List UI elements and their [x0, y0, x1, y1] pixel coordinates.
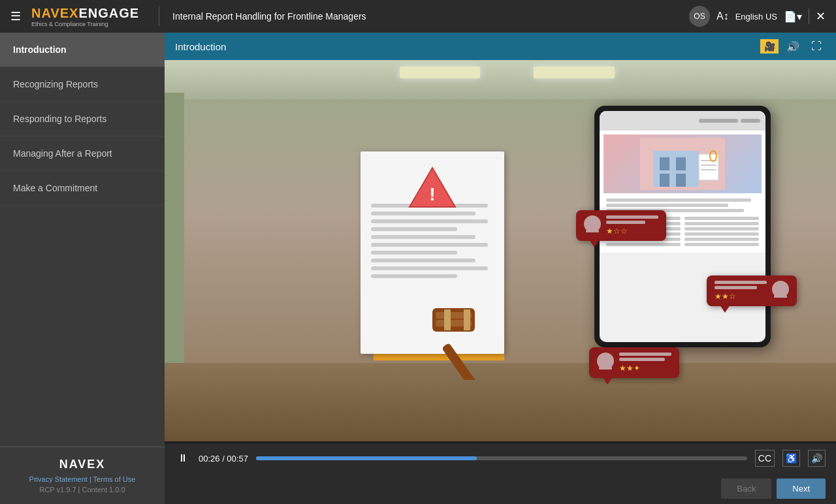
video-controls-top: 🎥 🔊 ⛶: [760, 39, 826, 54]
footer-links[interactable]: Privacy Statement | Terms of Use: [13, 475, 152, 483]
tablet-text-line: [684, 243, 759, 246]
svg-text:!: !: [429, 184, 435, 204]
svg-point-21: [777, 283, 784, 291]
gavel-svg: [426, 295, 504, 380]
nav-buttons: Back Next: [165, 473, 836, 504]
next-button[interactable]: Next: [777, 479, 826, 499]
tablet-text-line: [684, 232, 759, 236]
ceiling-light-2: [534, 67, 614, 78]
logo-container: NAVEXENGAGE Ethics & Compliance Training: [31, 6, 139, 27]
wall-left: [165, 93, 184, 363]
sidebar-item-label: Introduction: [13, 44, 67, 55]
play-pause-button[interactable]: ⏸: [175, 450, 191, 467]
video-header: Introduction 🎥 🔊 ⛶: [165, 33, 836, 60]
language-button[interactable]: English US: [735, 12, 777, 22]
sidebar-item-introduction[interactable]: Introduction: [0, 33, 165, 67]
hamburger-button[interactable]: ☰: [10, 9, 21, 24]
review-avatar-1: [584, 215, 601, 232]
content-area: Introduction 🎥 🔊 ⛶: [165, 33, 836, 504]
sidebar-item-recognizing-reports[interactable]: Recognizing Reports: [0, 67, 165, 102]
review-content-2: ★★☆: [715, 281, 767, 301]
sidebar-item-label: Make a Commitment: [13, 183, 97, 193]
progress-bar[interactable]: [256, 456, 747, 460]
svg-rect-7: [464, 309, 470, 330]
avatar-svg-3: [597, 353, 614, 370]
settings-icon: 📄▾: [784, 11, 802, 22]
back-button[interactable]: Back: [721, 479, 771, 499]
doc-line: [371, 251, 457, 255]
header-controls: OS A↕ English US 📄▾ ✕: [689, 6, 826, 27]
svg-point-24: [599, 364, 612, 370]
logo-subtitle: Ethics & Compliance Training: [31, 21, 139, 27]
speaker-icon: 🔊: [786, 40, 799, 53]
caption-button[interactable]: CC: [755, 450, 775, 467]
tablet-text-line: [684, 222, 759, 225]
tablet-text-line: [606, 198, 751, 202]
tablet-bar-line: [699, 119, 738, 123]
video-expand-button[interactable]: ⛶: [807, 39, 826, 54]
doc-line: [371, 219, 488, 223]
review-card-3: ★★✦: [589, 347, 679, 378]
gavel-container: [426, 295, 504, 383]
sidebar-nav: Introduction Recognizing Reports Respond…: [0, 33, 165, 447]
svg-point-23: [602, 355, 609, 363]
logo-navex: NAVEX: [31, 6, 78, 21]
review-card-1: ★☆☆: [576, 210, 666, 241]
review-lines-3: [619, 353, 671, 361]
review-line: [619, 353, 671, 356]
tablet-image-area: [603, 134, 762, 193]
review-line: [715, 281, 767, 284]
svg-point-22: [774, 292, 787, 298]
warning-triangle-svg: !: [406, 165, 458, 210]
video-speaker-button[interactable]: 🔊: [784, 39, 802, 54]
settings-button[interactable]: 📄▾: [784, 10, 802, 23]
svg-rect-11: [676, 157, 686, 170]
sidebar-item-responding-to-reports[interactable]: Responding to Reports: [0, 102, 165, 136]
main-body: Introduction Recognizing Reports Respond…: [0, 33, 836, 504]
review-lines-2: [715, 281, 767, 289]
tablet-text-line: [606, 204, 728, 207]
avatar-svg-2: [772, 281, 789, 298]
tablet-text-line: [606, 243, 681, 246]
scene-illustration: !: [165, 60, 836, 441]
doc-line: [371, 259, 475, 262]
doc-line: [371, 212, 475, 215]
footer-version: RCP v1.9.7 | Content 1.0.0: [13, 486, 152, 494]
svg-rect-2: [442, 343, 483, 380]
course-title: Internal Report Handling for Frontline M…: [172, 11, 689, 22]
header-divider: [159, 7, 159, 26]
ceiling: [165, 60, 836, 99]
volume-button[interactable]: 🔊: [808, 450, 826, 467]
sidebar-item-label: Recognizing Reports: [13, 79, 98, 89]
sidebar: Introduction Recognizing Reports Respond…: [0, 33, 165, 504]
doc-line: [371, 227, 457, 231]
review-content-1: ★☆☆: [606, 215, 658, 236]
warning-triangle-container: !: [406, 165, 458, 210]
accessibility-button[interactable]: ♿: [782, 450, 800, 467]
sidebar-item-managing-after-report[interactable]: Managing After a Report: [0, 136, 165, 171]
review-stars-2: ★★☆: [715, 292, 767, 301]
video-section-title: Introduction: [175, 41, 226, 52]
review-card-2: ★★☆: [707, 276, 797, 306]
sidebar-item-make-commitment[interactable]: Make a Commitment: [0, 171, 165, 206]
sidebar-item-label: Managing After a Report: [13, 148, 112, 159]
tablet-building-svg: [640, 138, 725, 190]
tablet-text-line: [684, 217, 759, 220]
video-camera-button[interactable]: 🎥: [760, 39, 779, 54]
avatar-button[interactable]: OS: [689, 6, 710, 27]
top-header: ☰ NAVEXENGAGE Ethics & Compliance Traini…: [0, 0, 836, 33]
close-button[interactable]: ✕: [816, 9, 826, 24]
tablet-text-line: [684, 227, 759, 230]
svg-rect-13: [676, 174, 686, 187]
tablet-bar-line: [741, 119, 760, 123]
tablet-top-bar: [600, 111, 765, 131]
svg-rect-14: [699, 154, 718, 180]
ceiling-light-1: [400, 67, 480, 78]
progress-bar-fill: [256, 456, 477, 460]
bottom-bar: ⏸ 00:26 / 00:57 CC ♿ 🔊: [165, 443, 836, 473]
svg-rect-10: [660, 157, 669, 170]
sidebar-footer: NAVEX Privacy Statement | Terms of Use R…: [0, 447, 165, 504]
review-line: [619, 358, 665, 361]
doc-line: [371, 274, 457, 278]
doc-line: [371, 266, 488, 270]
